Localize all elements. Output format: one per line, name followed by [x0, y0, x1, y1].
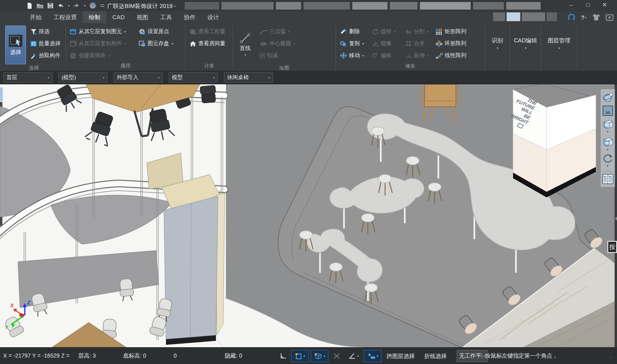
- tab-view[interactable]: 视图: [131, 11, 154, 23]
- snap-rect-toggle[interactable]: ▾: [291, 350, 309, 362]
- copy-from-layer-comp-button[interactable]: 从其它层复制构件▾: [69, 38, 138, 50]
- ribbon-group-general: 从其它层复制图元▾ 从其它层复制构件▾ 创建装饰块▾ 设置原点: [66, 24, 185, 71]
- model-group-select[interactable]: (模型)▾: [58, 72, 108, 83]
- viewport-canvas[interactable]: THE FUTURE WILL BE BRIGHT: [0, 84, 617, 347]
- pin-toggle-icon[interactable]: [100, 3, 105, 8]
- ellipse-icon: [260, 41, 268, 47]
- undo-dropdown-caret[interactable]: ▾: [68, 4, 70, 8]
- view-nav-toolbar: 2D ▾ ▾ ▾: [600, 89, 615, 187]
- close-button[interactable]: ✕: [596, 0, 613, 10]
- ribbon-group-calc: 查看工程量 查看房间量 计算: [186, 24, 233, 71]
- orbit-tool[interactable]: [602, 91, 614, 103]
- layer-manage-button[interactable]: 图层管理 ▾: [541, 24, 577, 63]
- tab-design[interactable]: 设计: [202, 11, 225, 23]
- component-select[interactable]: 休闲桌椅▾: [224, 72, 273, 83]
- floor-select[interactable]: 首层▾: [3, 72, 52, 83]
- deduct-checkbox[interactable]: ✓ 扣减: [258, 50, 296, 62]
- snap-3d-toggle[interactable]: ▾: [311, 350, 328, 362]
- cube-view-tool[interactable]: ▾: [602, 118, 614, 134]
- chevron-down-icon[interactable]: ▾: [607, 148, 608, 151]
- chevron-down-icon[interactable]: ▾: [607, 165, 608, 168]
- undo-icon[interactable]: [57, 2, 64, 9]
- maximize-button[interactable]: □: [579, 0, 596, 10]
- filter-button[interactable]: 筛选: [29, 26, 62, 38]
- dropdown-caret: ▾: [294, 42, 295, 46]
- polar-array-button[interactable]: 环形阵列: [435, 38, 467, 50]
- dropdown-caret: ▾: [108, 54, 110, 58]
- chevron-down-icon[interactable]: ▾: [607, 130, 608, 133]
- set-origin-button[interactable]: 设置原点: [138, 26, 174, 38]
- tab-start[interactable]: 开始: [24, 11, 48, 23]
- tab-tools[interactable]: 工具: [154, 11, 178, 23]
- tab-cad[interactable]: CAD: [106, 11, 131, 23]
- linear-array-button[interactable]: 线性阵列: [435, 50, 467, 62]
- tab-project-settings[interactable]: 工程设置: [48, 11, 83, 23]
- delete-button[interactable]: 删除: [339, 26, 371, 38]
- rect-array-button[interactable]: 矩形阵列: [435, 26, 467, 38]
- chevron-down-icon[interactable]: ▾: [304, 354, 305, 358]
- 2d-view-tool[interactable]: 2D: [602, 105, 614, 116]
- chevron-down-icon[interactable]: ▾: [323, 354, 325, 358]
- center-ellipse-button[interactable]: 中心椭圆▾: [258, 38, 296, 50]
- extend-button[interactable]: 延伸▾: [403, 50, 435, 62]
- scene-3d: THE FUTURE WILL BE BRIGHT: [0, 84, 617, 347]
- view-room-button[interactable]: 查看房间量: [188, 38, 227, 50]
- dropdown-caret: ▾: [124, 42, 126, 46]
- snap-intersect-toggle[interactable]: [330, 350, 343, 362]
- cad-edit-button[interactable]: CAD编辑 ▾: [510, 24, 541, 63]
- ribbon-group-select: 选择 筛选 批量选择 拾取构件 选择: [2, 24, 66, 71]
- angle-icon: [348, 352, 356, 360]
- save-icon[interactable]: [47, 2, 54, 9]
- tab-collaborate[interactable]: 协作: [178, 11, 202, 23]
- batch-select-button[interactable]: 批量选择: [29, 38, 62, 50]
- save-element-button[interactable]: 图元存盘▾: [138, 38, 174, 50]
- ortho-toggle[interactable]: [277, 350, 289, 362]
- theme-shirt-icon[interactable]: [592, 14, 600, 21]
- line-icon: [240, 33, 250, 44]
- redo-dropdown-caret[interactable]: ▾: [84, 4, 86, 8]
- eyedropper-icon: [30, 53, 37, 59]
- recognize-button[interactable]: 识别 ▾: [485, 24, 510, 63]
- ribbon-tabs: 开始 工程设置 绘制 CAD 视图 工具 协作 设计: [24, 11, 225, 23]
- model-select[interactable]: 模型▾: [169, 72, 218, 83]
- tab-draw[interactable]: 绘制: [83, 11, 106, 23]
- new-file-icon[interactable]: [26, 2, 33, 9]
- copy-from-layer-graph-button[interactable]: 从其它层复制图元▾: [69, 26, 138, 38]
- ribbon-group-modify: 删除 复制▾ 移动▾ 旋转▾: [336, 24, 485, 71]
- workplane-button[interactable]: 无工作平面 ▾: [457, 350, 488, 362]
- polyline-select-button[interactable]: 折线选择: [421, 350, 450, 362]
- upgrade-icon[interactable]: [606, 14, 614, 21]
- move-button[interactable]: 移动▾: [339, 50, 371, 62]
- rotate-button[interactable]: 旋转▾: [371, 26, 403, 38]
- chevron-down-icon[interactable]: ▾: [357, 354, 359, 358]
- minimize-button[interactable]: –: [563, 0, 579, 10]
- view-list-tool[interactable]: [602, 174, 614, 184]
- select-cursor-icon: [8, 34, 23, 47]
- help-button[interactable]: ?▾: [581, 14, 587, 21]
- chevron-down-icon: ▾: [158, 76, 160, 80]
- rotate-view-tool[interactable]: ▾: [602, 154, 614, 169]
- tracking-toggle[interactable]: ▾: [364, 350, 381, 362]
- redo-icon[interactable]: [73, 2, 80, 9]
- split-button[interactable]: 分割▾: [403, 26, 435, 38]
- view-quantity-button[interactable]: 查看工程量: [188, 26, 227, 38]
- support-headset-icon[interactable]: [567, 13, 575, 21]
- offset-button[interactable]: 偏移: [371, 50, 403, 62]
- angle-snap-toggle[interactable]: ▾: [345, 350, 362, 362]
- source-select[interactable]: 外部导入▾: [114, 72, 163, 83]
- cross-layer-select-button[interactable]: 跨图层选择: [383, 350, 418, 362]
- resize-grip[interactable]: ⁙: [609, 355, 615, 360]
- line-tool-button[interactable]: 直线 ▾: [236, 26, 254, 64]
- view-compass-icon[interactable]: [89, 2, 96, 9]
- copy-button[interactable]: 复制▾: [339, 38, 371, 50]
- open-file-icon[interactable]: [36, 2, 44, 9]
- merge-button[interactable]: 合并: [403, 38, 435, 50]
- chevron-down-icon[interactable]: ▾: [377, 354, 378, 358]
- select-button[interactable]: 选择: [5, 26, 26, 64]
- iso-view-tool[interactable]: ▾: [602, 136, 614, 152]
- mirror-button[interactable]: 镜像: [371, 38, 403, 50]
- three-point-arc-button[interactable]: 三点弧▾: [258, 26, 296, 38]
- create-block-button[interactable]: 创建装饰块▾: [69, 50, 138, 62]
- dropdown-caret: ▾: [558, 46, 560, 50]
- pick-element-button[interactable]: 拾取构件: [29, 50, 62, 62]
